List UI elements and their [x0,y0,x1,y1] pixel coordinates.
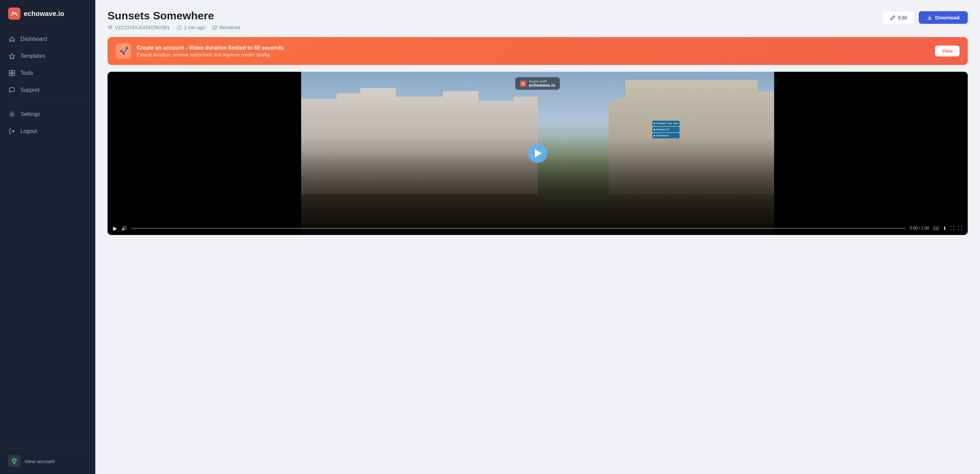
home-icon [8,35,16,43]
svg-point-5 [11,113,13,115]
svg-rect-2 [12,70,14,73]
view-account-button[interactable]: View account [0,448,95,474]
clock-icon [177,25,182,30]
diamond-icon [11,457,18,465]
sidebar-label-templates: Templates [21,53,45,59]
edit-icon [890,15,896,21]
render-status: Rendered [220,25,240,30]
render-icon [212,25,218,30]
download-icon [927,15,932,21]
letterbox-left [108,72,301,235]
sidebar-label-dashboard: Dashboard [21,36,47,42]
logo-area: echowave.io [0,0,95,27]
banner-text: Create an account - Video duration limit… [137,45,284,57]
gear-icon [8,111,16,118]
sign-1: ▶ Trianglen / Kgs. Nytorv [652,121,679,126]
star-icon [8,52,16,60]
banner-view-button[interactable]: View [935,46,959,56]
video-player[interactable]: ▶ Trianglen / Kgs. Nytorv ▶ Nørreport St… [108,72,968,235]
account-avatar [8,455,21,467]
sign-3: ▶ Planetarium [652,133,679,138]
download-button[interactable]: Download [919,11,968,24]
sidebar-nav: Dashboard Templates Tools [0,27,95,448]
edit-button[interactable]: Edit [882,11,915,24]
expand-icon[interactable]: ⛶ [950,226,955,231]
banner-view-label: View [942,48,953,54]
logo-icon [8,8,21,20]
meta-time: 1 min ago [177,25,205,30]
sidebar-label-settings: Settings [21,111,40,117]
time-display: 0:00 / 1:00 [910,226,929,231]
sidebar-item-templates[interactable]: Templates [0,48,95,65]
page-header: Sunsets Somewhere VZCCUXXJGI24IZ9I20B1 1… [95,0,980,37]
watermark-text: made with echowave.io [529,79,555,88]
sidebar-item-dashboard[interactable]: Dashboard [0,31,95,48]
sign-2: ▶ Nørreport St. [652,127,679,132]
play-button[interactable] [528,144,547,163]
sidebar-item-support[interactable]: Support [0,82,95,98]
sidebar-item-logout[interactable]: Logout [0,123,95,140]
sidebar: echowave.io Dashboard Templates [0,0,95,474]
sidebar-label-support: Support [21,87,40,93]
video-frame: ▶ Trianglen / Kgs. Nytorv ▶ Nørreport St… [108,72,968,235]
logout-icon [8,127,16,135]
sidebar-label-tools: Tools [21,70,33,76]
svg-rect-4 [12,73,14,76]
location-icon [108,25,113,30]
video-controls: ▶ 🔊 0:00 / 1:00 CC ⬇ ⛶ ⛶ [108,221,968,235]
meta-row: VZCCUXXJGI24IZ9I20B1 1 min ago Rend [108,25,240,30]
download-video-icon[interactable]: ⬇ [943,226,947,231]
meta-status: Rendered [212,25,240,30]
nav-divider [8,102,87,102]
page-title: Sunsets Somewhere [108,10,240,22]
sidebar-label-logout: Logout [21,128,37,134]
edit-label: Edit [898,14,907,21]
upgrade-banner: 🚀 Create an account - Video duration lim… [108,37,968,65]
watermark-brand: echowave.io [529,82,555,88]
project-id: VZCCUXXJGI24IZ9I20B1 [115,25,170,30]
banner-title: Create an account - Video duration limit… [137,45,284,51]
header-actions: Edit Download [882,11,968,24]
volume-icon[interactable]: 🔊 [121,225,127,231]
watermark-logo-icon [520,81,526,87]
banner-left: 🚀 Create an account - Video duration lim… [116,43,284,59]
video-watermark: made with echowave.io [515,77,560,90]
caption-icon[interactable]: CC [933,226,940,231]
main-content: Sunsets Somewhere VZCCUXXJGI24IZ9I20B1 1… [95,0,980,474]
time-ago: 1 min ago [184,25,205,30]
tools-icon [8,69,16,77]
sidebar-item-tools[interactable]: Tools [0,65,95,82]
progress-bar[interactable] [131,228,906,229]
control-icons-right: CC ⬇ ⛶ ⛶ [933,226,962,231]
sidebar-item-settings[interactable]: Settings [0,106,95,123]
svg-rect-3 [9,73,11,76]
download-label: Download [935,14,959,21]
meta-id: VZCCUXXJGI24IZ9I20B1 [108,25,170,30]
chat-icon [8,86,16,94]
banner-subtitle: Extend duration, remove watermark and im… [137,52,284,57]
svg-rect-1 [9,70,11,73]
play-control-icon[interactable]: ▶ [113,225,117,231]
brand-name: echowave.io [24,10,64,18]
traffic-signs: ▶ Trianglen / Kgs. Nytorv ▶ Nørreport St… [652,121,679,138]
letterbox-right [774,72,968,235]
banner-icon: 🚀 [116,43,131,59]
header-left: Sunsets Somewhere VZCCUXXJGI24IZ9I20B1 1… [108,10,240,30]
play-triangle-icon [535,149,542,157]
svg-point-6 [109,26,111,28]
video-inner: ▶ Trianglen / Kgs. Nytorv ▶ Nørreport St… [301,72,774,235]
fullscreen-icon[interactable]: ⛶ [958,226,962,231]
view-account-label: View account [24,458,55,464]
